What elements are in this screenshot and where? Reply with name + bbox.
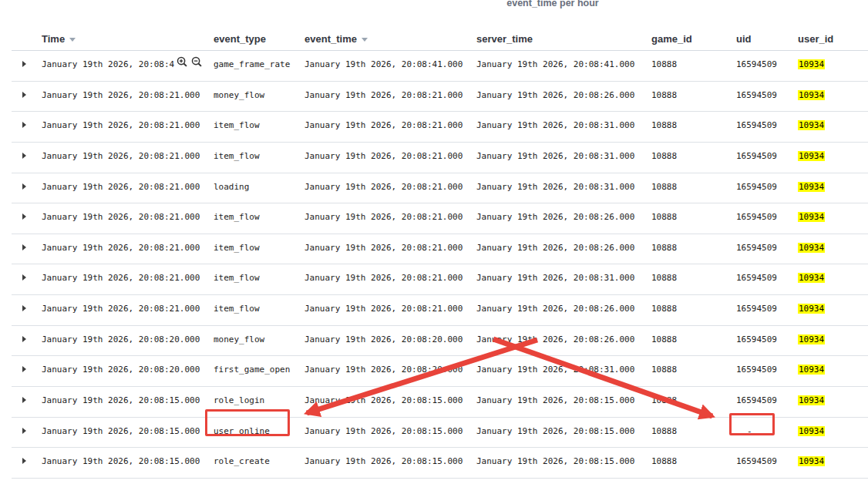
cell-user_id: 10934 xyxy=(798,59,825,70)
cell-user_id: 10934 xyxy=(798,395,825,406)
cell-uid: 16594509 xyxy=(736,151,777,162)
cell-time: January 19th 2026, 20:08:21.000 xyxy=(42,304,200,314)
cell-game_id: 10888 xyxy=(651,59,677,70)
cell-game_id: 10888 xyxy=(651,212,677,223)
expand-row-toggle[interactable] xyxy=(18,57,33,72)
cell-event_time: January 19th 2026, 20:08:20.000 xyxy=(304,365,463,375)
event-table: Timeevent_typeevent_timeserver_timegame_… xyxy=(12,29,868,479)
cell-event_type: role_login xyxy=(214,395,264,406)
table-row: January 19th 2026, 20:08:15.000role_crea… xyxy=(12,448,868,479)
cell-server_time: January 19th 2026, 20:08:15.000 xyxy=(476,395,634,406)
cell-user_id: 10934 xyxy=(798,304,825,314)
caret-right-icon xyxy=(22,366,26,372)
cell-time: January 19th 2026, 20:08:20.000 xyxy=(42,365,200,375)
highlighted-user-id: 10934 xyxy=(798,365,825,375)
cell-server_time: January 19th 2026, 20:08:41.000 xyxy=(476,59,634,70)
expand-row-toggle[interactable] xyxy=(18,88,33,103)
cell-game_id: 10888 xyxy=(651,182,677,193)
cell-game_id: 10888 xyxy=(651,365,677,375)
caret-right-icon xyxy=(22,397,26,403)
expand-row-toggle[interactable] xyxy=(18,118,33,133)
table-row: January 19th 2026, 20:08:21.000item_flow… xyxy=(12,264,868,295)
caret-right-icon xyxy=(22,428,26,434)
cell-event_type: role_create xyxy=(214,456,270,467)
cell-time: January 19th 2026, 20:08:41.000 xyxy=(42,59,177,70)
expand-row-toggle[interactable] xyxy=(18,301,33,317)
cell-uid: 16594509 xyxy=(736,334,777,345)
expand-row-toggle[interactable] xyxy=(18,180,33,195)
cell-uid: 16594509 xyxy=(736,304,777,314)
caret-right-icon xyxy=(22,244,26,250)
highlighted-user-id: 10934 xyxy=(798,243,825,253)
expand-row-toggle[interactable] xyxy=(18,424,33,439)
annotation-box-uid-dash xyxy=(729,413,775,435)
table-row: January 19th 2026, 20:08:41.000game_fram… xyxy=(12,51,868,82)
cell-game_id: 10888 xyxy=(651,90,677,101)
cell-event_type: first_game_open xyxy=(214,365,290,375)
cell-user_id: 10934 xyxy=(798,90,825,101)
cell-uid: 16594509 xyxy=(736,212,777,223)
cell-event_time: January 19th 2026, 20:08:21.000 xyxy=(304,120,463,131)
zoom-out-icon[interactable] xyxy=(191,56,203,68)
cell-time: January 19th 2026, 20:08:15.000 xyxy=(42,456,200,467)
column-header-event_time[interactable]: event_time xyxy=(304,33,368,45)
column-header-game_id: game_id xyxy=(651,33,692,45)
cell-event_time: January 19th 2026, 20:08:20.000 xyxy=(304,334,463,345)
cell-uid: 16594509 xyxy=(736,182,777,193)
cell-server_time: January 19th 2026, 20:08:26.000 xyxy=(476,243,634,254)
cell-event_type: game_frame_rate xyxy=(214,59,290,70)
cell-uid: 16594509 xyxy=(736,120,777,131)
cell-event_type: money_flow xyxy=(214,334,264,345)
caret-down-icon xyxy=(69,38,76,42)
highlighted-user-id: 10934 xyxy=(798,395,825,405)
expand-row-toggle[interactable] xyxy=(18,271,33,286)
zoom-in-icon[interactable] xyxy=(177,56,188,68)
cell-server_time: January 19th 2026, 20:08:26.000 xyxy=(476,90,634,101)
cell-event_type: item_flow xyxy=(214,120,260,131)
cell-game_id: 10888 xyxy=(651,456,677,467)
cell-user_id: 10934 xyxy=(798,456,825,467)
highlighted-user-id: 10934 xyxy=(798,273,825,283)
cell-uid: 16594509 xyxy=(736,243,777,254)
caret-right-icon xyxy=(22,183,26,190)
cell-time: January 19th 2026, 20:08:21.000 xyxy=(42,212,200,223)
expand-row-toggle[interactable] xyxy=(18,332,33,348)
expand-row-toggle[interactable] xyxy=(18,454,33,469)
caret-right-icon xyxy=(22,458,26,464)
expand-row-toggle[interactable] xyxy=(18,393,33,408)
cell-user_id: 10934 xyxy=(798,334,825,345)
expand-row-toggle[interactable] xyxy=(18,210,33,225)
cell-game_id: 10888 xyxy=(651,151,677,162)
highlighted-user-id: 10934 xyxy=(798,212,825,222)
column-header-user_id: user_id xyxy=(798,33,833,45)
column-header-event_type: event_type xyxy=(214,33,266,45)
column-header-time[interactable]: Time xyxy=(42,33,76,45)
cell-event_type: item_flow xyxy=(214,151,260,162)
expand-row-toggle[interactable] xyxy=(18,149,33,164)
cell-uid: 16594509 xyxy=(736,456,777,467)
cell-game_id: 10888 xyxy=(651,304,677,314)
highlighted-user-id: 10934 xyxy=(798,151,825,161)
cell-server_time: January 19th 2026, 20:08:15.000 xyxy=(476,456,634,467)
caret-right-icon xyxy=(22,213,26,220)
cell-server_time: January 19th 2026, 20:08:15.000 xyxy=(476,426,634,437)
caret-right-icon xyxy=(22,153,26,159)
cell-user_id: 10934 xyxy=(798,182,825,193)
cell-event_time: January 19th 2026, 20:08:21.000 xyxy=(304,151,463,162)
table-header: Timeevent_typeevent_timeserver_timegame_… xyxy=(12,29,868,51)
caret-down-icon xyxy=(362,38,368,42)
highlighted-user-id: 10934 xyxy=(798,59,825,69)
cell-server_time: January 19th 2026, 20:08:31.000 xyxy=(476,151,634,162)
cell-time: January 19th 2026, 20:08:21.000 xyxy=(42,90,200,101)
cell-uid: 16594509 xyxy=(736,59,777,70)
cell-server_time: January 19th 2026, 20:08:31.000 xyxy=(476,120,634,131)
cell-uid: 16594509 xyxy=(736,273,777,284)
cell-game_id: 10888 xyxy=(651,273,677,284)
cell-server_time: January 19th 2026, 20:08:31.000 xyxy=(476,182,634,193)
expand-row-toggle[interactable] xyxy=(18,240,33,256)
column-header-server_time: server_time xyxy=(476,33,533,45)
cell-event_type: loading xyxy=(214,182,249,193)
expand-row-toggle[interactable] xyxy=(18,362,33,378)
cell-time: January 19th 2026, 20:08:21.000 xyxy=(42,273,200,284)
discover-table-view: event_time per hour Timeevent_typeevent_… xyxy=(0,0,868,494)
